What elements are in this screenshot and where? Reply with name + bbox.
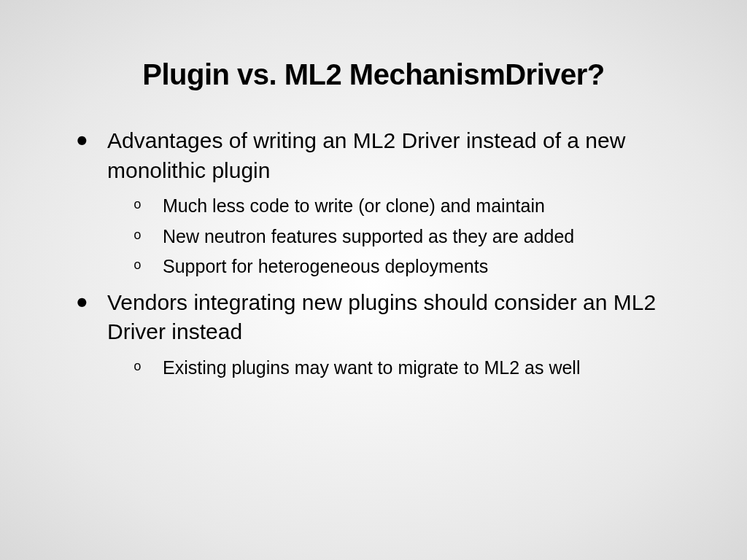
main-bullet-list: Advantages of writing an ML2 Driver inst… bbox=[55, 126, 692, 381]
sub-bullet-item: Support for heterogeneous deployments bbox=[133, 253, 692, 281]
sub-bullet-item: Much less code to write (or clone) and m… bbox=[133, 192, 692, 220]
bullet-item: Vendors integrating new plugins should c… bbox=[77, 288, 692, 382]
bullet-item: Advantages of writing an ML2 Driver inst… bbox=[77, 126, 692, 281]
sub-bullet-list: Existing plugins may want to migrate to … bbox=[107, 354, 692, 382]
sub-bullet-item: Existing plugins may want to migrate to … bbox=[133, 354, 692, 382]
slide-container: Plugin vs. ML2 MechanismDriver? Advantag… bbox=[0, 0, 747, 418]
slide-title: Plugin vs. ML2 MechanismDriver? bbox=[55, 58, 692, 91]
bullet-text: Advantages of writing an ML2 Driver inst… bbox=[107, 128, 625, 182]
bullet-text: Vendors integrating new plugins should c… bbox=[107, 290, 656, 344]
sub-bullet-item: New neutron features supported as they a… bbox=[133, 223, 692, 251]
sub-bullet-list: Much less code to write (or clone) and m… bbox=[107, 192, 692, 281]
